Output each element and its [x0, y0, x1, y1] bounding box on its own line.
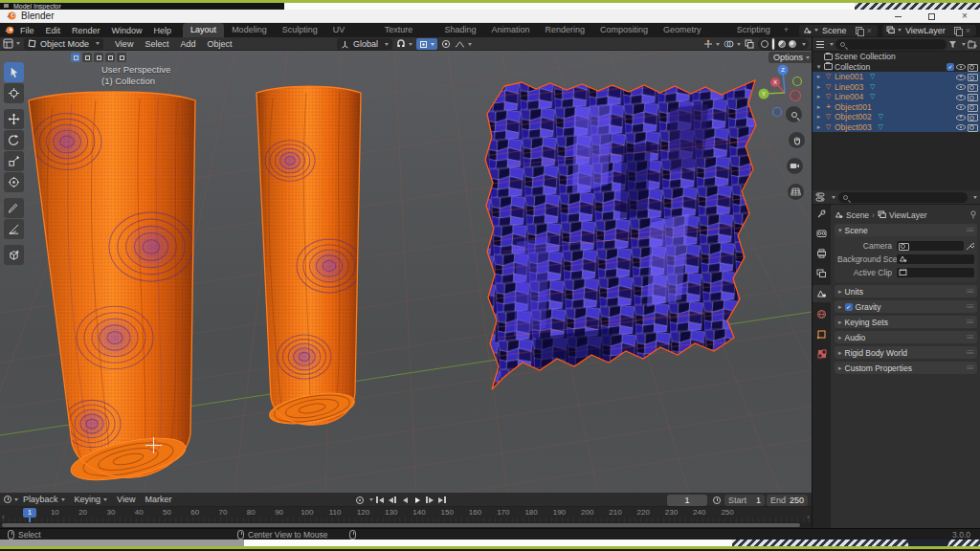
menu-help[interactable]: Help — [148, 26, 178, 35]
mode-selector[interactable]: Object Mode — [24, 38, 103, 50]
timeline-ruler[interactable]: ‹ ‹ 1 1020304050607080901001101201301401… — [0, 507, 812, 522]
workspace-tab-sculpting[interactable]: Sculpting — [275, 23, 325, 37]
auto-keyframe-icon[interactable] — [356, 496, 364, 504]
breadcrumb-scene[interactable]: Scene — [846, 210, 869, 220]
collection-checkbox[interactable]: ✓ — [947, 63, 954, 71]
jump-to-end-button[interactable] — [436, 495, 448, 505]
drag-handle-icon[interactable]: ≡≡ — [967, 348, 973, 357]
tool-scale[interactable] — [4, 151, 24, 171]
navigation-gizmo[interactable]: Z X Y — [752, 58, 812, 120]
tab-scene[interactable] — [813, 285, 831, 302]
blender-menu-logo-icon[interactable] — [4, 25, 14, 35]
scene-panel-header[interactable]: ▾ Scene ≡≡ — [835, 224, 977, 236]
panel-gravity[interactable]: ▸✓Gravity≡≡ — [835, 300, 977, 313]
outliner-scene-collection[interactable]: ▾ Scene Collection — [813, 52, 980, 62]
tool-transform[interactable] — [4, 172, 24, 192]
tab-output[interactable] — [813, 245, 831, 262]
outliner-item-line004[interactable]: ▸▽Line004▽ — [813, 92, 980, 102]
expand-icon[interactable]: ▸ — [815, 103, 822, 111]
filter-icon[interactable] — [948, 40, 957, 49]
tool-annotate[interactable] — [4, 198, 24, 218]
expand-icon[interactable]: ▸ — [815, 93, 822, 100]
expand-icon[interactable]: ▸ — [815, 83, 822, 91]
workspace-tab-animation[interactable]: Animation — [484, 23, 538, 37]
workspace-tab-rendering[interactable]: Rendering — [538, 23, 593, 37]
scroll-left-icon[interactable]: ‹ — [2, 513, 5, 521]
menu-view[interactable]: View — [112, 495, 140, 504]
eyedropper-icon[interactable] — [966, 241, 974, 251]
proportional-edit-toggle[interactable] — [441, 39, 451, 49]
remove-viewlayer-icon[interactable]: × — [964, 26, 972, 35]
xray-toggle[interactable] — [745, 39, 754, 49]
menu-edit[interactable]: Edit — [40, 26, 67, 35]
hide-in-viewport-icon[interactable] — [956, 102, 966, 111]
hide-in-viewport-icon[interactable] — [956, 62, 966, 71]
disable-in-renders-icon[interactable] — [968, 122, 977, 131]
outliner-collection[interactable]: ▾ Collection ✓ — [813, 62, 980, 73]
tool-rotate[interactable] — [4, 130, 24, 150]
expand-icon[interactable]: ▸ — [815, 73, 822, 80]
workspace-tab-geometry-nodes[interactable]: Geometry Nodes — [656, 23, 729, 37]
hide-in-viewport-icon[interactable] — [956, 73, 966, 81]
close-button[interactable]: × — [955, 11, 974, 22]
drag-handle-icon[interactable]: ≡≡ — [967, 318, 973, 326]
menu-render[interactable]: Render — [66, 26, 106, 35]
new-collection-icon[interactable] — [968, 40, 977, 49]
add-workspace-button[interactable]: + — [778, 23, 794, 37]
zoom-button[interactable] — [786, 106, 802, 122]
play-button[interactable] — [412, 495, 423, 505]
gizmo-z-neg-axis[interactable] — [773, 108, 782, 117]
orientation-selector[interactable]: Global — [337, 38, 392, 50]
snap-target-widget[interactable] — [416, 38, 437, 50]
gizmo-y-neg-axis[interactable] — [793, 77, 802, 86]
shading-rendered-icon[interactable] — [789, 40, 796, 48]
tool-move[interactable] — [4, 109, 24, 129]
shading-wireframe-icon[interactable] — [761, 40, 768, 48]
tool-cursor[interactable] — [4, 83, 24, 103]
tab-object[interactable] — [813, 325, 831, 342]
select-mode-invert[interactable] — [105, 53, 115, 62]
workspace-tab-shading[interactable]: Shading — [436, 23, 483, 37]
outliner-item-line003[interactable]: ▸▽Line003▽ — [813, 82, 980, 93]
disable-in-renders-icon[interactable] — [968, 93, 977, 101]
shading-solid-icon[interactable] — [772, 38, 774, 50]
disable-in-renders-icon[interactable] — [968, 82, 977, 91]
cylinder-2-object[interactable] — [252, 79, 367, 433]
overlays-dropdown[interactable] — [724, 39, 741, 49]
tool-add-cube[interactable] — [4, 245, 24, 265]
perspective-toggle-button[interactable] — [788, 184, 804, 200]
unlink-scene-icon[interactable]: × — [865, 26, 874, 35]
panel-units[interactable]: ▸Units≡≡ — [835, 285, 977, 298]
menu-keying[interactable]: Keying — [70, 495, 113, 504]
show-gizmo-dropdown[interactable] — [703, 39, 720, 49]
tab-render[interactable] — [813, 225, 831, 242]
tool-box-select[interactable] — [4, 62, 24, 82]
workspace-tab-texture-paint[interactable]: Texture Paint — [377, 23, 437, 37]
pan-button[interactable] — [789, 132, 805, 148]
current-frame-field[interactable]: 1 — [667, 495, 707, 506]
panel-rigid-body-world[interactable]: ▸Rigid Body World≡≡ — [835, 346, 977, 359]
select-mode-intersect[interactable] — [117, 53, 126, 62]
disable-in-renders-icon[interactable] — [968, 62, 977, 71]
tab-view-layer[interactable] — [813, 265, 831, 282]
panel-custom-properties[interactable]: ▸Custom Properties≡≡ — [835, 362, 977, 374]
shading-material-icon[interactable] — [778, 40, 786, 48]
use-preview-range-button[interactable] — [710, 495, 723, 506]
scrollbar-handle[interactable] — [2, 523, 800, 527]
previous-keyframe-button[interactable] — [387, 495, 398, 505]
tab-texture[interactable] — [813, 345, 831, 363]
new-scene-icon[interactable] — [856, 27, 862, 34]
pin-icon[interactable] — [969, 210, 977, 219]
workspace-tab-scripting[interactable]: Scripting — [729, 23, 778, 37]
workspace-tab-uv-editing[interactable]: UV Editing — [325, 23, 377, 37]
drag-handle-icon[interactable]: ≡≡ — [967, 364, 973, 372]
scroll-right-icon[interactable]: ‹ — [807, 513, 810, 521]
current-frame-indicator[interactable]: 1 — [23, 508, 36, 518]
hide-in-viewport-icon[interactable] — [956, 93, 966, 101]
maximize-button[interactable] — [922, 11, 941, 22]
properties-search-input[interactable] — [838, 192, 968, 203]
disable-in-renders-icon[interactable] — [968, 102, 977, 111]
menu-file[interactable]: File — [14, 26, 40, 35]
display-mode-icon[interactable] — [815, 40, 825, 49]
workspace-tab-compositing[interactable]: Compositing — [592, 23, 656, 37]
